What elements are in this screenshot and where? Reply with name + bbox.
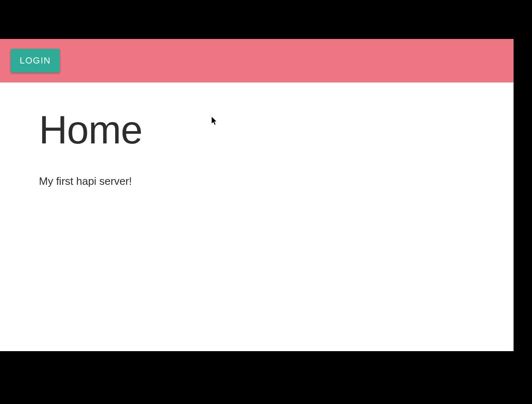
main-content: Home My first hapi server!: [0, 83, 514, 212]
page-title: Home: [39, 107, 475, 152]
header-bar: LOGIN: [0, 39, 514, 83]
app-viewport: LOGIN Home My first hapi server!: [0, 39, 514, 351]
login-button[interactable]: LOGIN: [11, 49, 60, 73]
page-body-text: My first hapi server!: [39, 175, 475, 188]
